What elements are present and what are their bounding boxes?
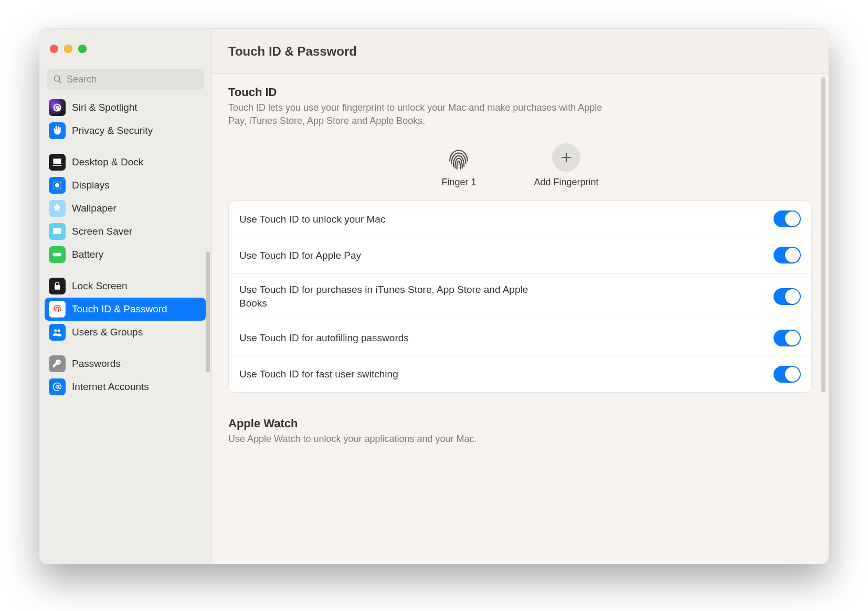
sidebar-item-label: Touch ID & Password: [72, 303, 167, 315]
sidebar-scrollbar[interactable]: [206, 251, 210, 372]
lock-icon: [49, 278, 66, 294]
add-fingerprint-button[interactable]: Add Fingerprint: [534, 143, 598, 188]
dock-icon: [49, 154, 66, 171]
sidebar-item-screen-saver[interactable]: Screen Saver: [45, 220, 206, 243]
option-label: Use Touch ID for fast user switching: [239, 367, 398, 381]
fingerprint-label: Finger 1: [441, 177, 476, 188]
fingerprint-icon: [49, 301, 66, 318]
fingerprint-item[interactable]: Finger 1: [441, 143, 476, 188]
option-toggle[interactable]: [774, 247, 801, 264]
option-label: Use Touch ID for autofilling passwords: [239, 331, 409, 345]
search-field[interactable]: [47, 69, 204, 90]
sidebar-item-label: Desktop & Dock: [72, 156, 143, 168]
sidebar-item-label: Internet Accounts: [72, 381, 149, 393]
users-icon: [49, 324, 66, 341]
flower-icon: [49, 200, 66, 217]
touchid-option-row: Use Touch ID for fast user switching: [229, 356, 811, 392]
fingerprint-icon: [444, 143, 473, 172]
sidebar-item-internet-accounts[interactable]: Internet Accounts: [45, 375, 206, 398]
main-scrollbar[interactable]: [821, 77, 825, 392]
option-toggle[interactable]: [774, 288, 801, 305]
key-icon: [49, 355, 66, 372]
sidebar-item-label: Battery: [72, 249, 103, 260]
sidebar-item-label: Siri & Spotlight: [72, 102, 137, 113]
touchid-option-row: Use Touch ID for autofilling passwords: [229, 320, 811, 356]
sidebar-item-label: Lock Screen: [72, 280, 128, 292]
touchid-option-row: Use Touch ID to unlock your Mac: [229, 201, 811, 237]
sidebar-item-label: Users & Groups: [72, 326, 143, 338]
search-input[interactable]: [67, 74, 197, 85]
option-label: Use Touch ID for Apple Pay: [239, 249, 361, 262]
sidebar-item-label: Privacy & Security: [72, 125, 153, 136]
applewatch-section-title: Apple Watch: [228, 417, 812, 430]
sidebar-item-touch-id-password[interactable]: Touch ID & Password: [45, 298, 206, 321]
siri-icon: [49, 99, 66, 116]
sidebar-item-label: Wallpaper: [72, 203, 117, 214]
search-icon: [53, 74, 62, 85]
screensaver-icon: [49, 223, 66, 240]
at-icon: [49, 378, 66, 395]
battery-icon: [49, 246, 66, 263]
sidebar-item-wallpaper[interactable]: Wallpaper: [45, 197, 206, 220]
applewatch-section-desc: Use Apple Watch to unlock your applicati…: [228, 433, 617, 446]
sidebar-item-desktop-dock[interactable]: Desktop & Dock: [45, 151, 206, 174]
sidebar-item-label: Screen Saver: [72, 226, 132, 237]
plus-icon: [552, 143, 580, 172]
settings-window: Siri & SpotlightPrivacy & SecurityDeskto…: [39, 29, 829, 564]
touchid-section-desc: Touch ID lets you use your fingerprint t…: [228, 101, 617, 128]
sidebar-item-label: Displays: [72, 180, 110, 191]
main-pane: Touch ID & Password Touch ID Touch ID le…: [211, 29, 829, 564]
hand-icon: [49, 122, 66, 139]
touchid-options-panel: Use Touch ID to unlock your MacUse Touch…: [228, 201, 812, 392]
touchid-section-title: Touch ID: [228, 86, 812, 99]
sidebar-item-privacy-security[interactable]: Privacy & Security: [45, 119, 206, 142]
sidebar-item-siri-spotlight[interactable]: Siri & Spotlight: [45, 96, 206, 119]
sidebar-nav: Siri & SpotlightPrivacy & SecurityDeskto…: [39, 94, 211, 564]
window-close-button[interactable]: [50, 45, 58, 53]
option-label: Use Touch ID to unlock your Mac: [239, 213, 385, 226]
add-fingerprint-label: Add Fingerprint: [534, 177, 598, 188]
option-toggle[interactable]: [774, 330, 801, 346]
page-title: Touch ID & Password: [211, 29, 829, 74]
window-minimize-button[interactable]: [64, 45, 72, 53]
option-toggle[interactable]: [774, 210, 801, 227]
sun-icon: [49, 177, 66, 194]
option-toggle[interactable]: [774, 366, 801, 383]
touchid-option-row: Use Touch ID for purchases in iTunes Sto…: [229, 273, 811, 319]
touchid-option-row: Use Touch ID for Apple Pay: [229, 237, 811, 273]
window-zoom-button[interactable]: [78, 45, 87, 53]
sidebar-item-users-groups[interactable]: Users & Groups: [45, 321, 206, 344]
sidebar-item-battery[interactable]: Battery: [45, 243, 206, 266]
sidebar-item-label: Passwords: [72, 358, 121, 370]
sidebar-item-lock-screen[interactable]: Lock Screen: [45, 275, 206, 298]
option-label: Use Touch ID for purchases in iTunes Sto…: [239, 283, 533, 310]
sidebar-item-displays[interactable]: Displays: [45, 174, 206, 197]
sidebar: Siri & SpotlightPrivacy & SecurityDeskto…: [39, 29, 211, 564]
sidebar-item-passwords[interactable]: Passwords: [45, 352, 206, 375]
titlebar: [39, 29, 211, 69]
